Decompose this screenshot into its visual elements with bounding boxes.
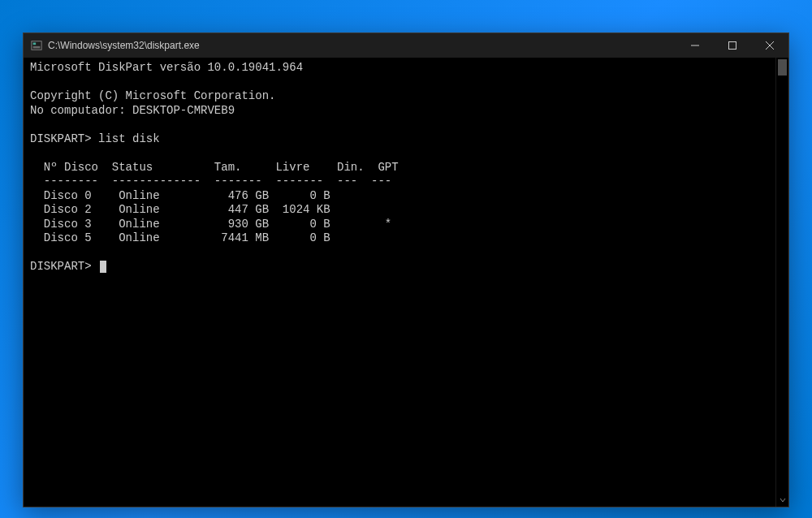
command-1: list disk [98,132,160,145]
version-line: Microsoft DiskPart versão 10.0.19041.964 [30,61,303,74]
close-button[interactable] [751,33,788,58]
app-icon [30,39,43,52]
table-row: Disco 0 Online 476 GB 0 B [30,189,330,202]
minimize-button[interactable] [676,33,714,58]
terminal-body: Microsoft DiskPart versão 10.0.19041.964… [24,58,788,507]
scroll-down-icon[interactable] [776,494,788,507]
svg-rect-0 [32,41,41,50]
table-row: Disco 3 Online 930 GB 0 B * [30,218,391,231]
scrollbar-thumb[interactable] [778,59,787,76]
table-row: Disco 2 Online 447 GB 1024 KB [30,203,330,216]
cursor [100,261,106,273]
titlebar[interactable]: C:\Windows\system32\diskpart.exe [24,33,788,58]
window-title: C:\Windows\system32\diskpart.exe [48,40,676,51]
table-header: Nº Disco Status Tam. Livre Din. GPT [30,161,399,174]
window-controls [676,33,788,58]
prompt-2: DISKPART> [30,260,98,273]
table-divider: -------- ------------- ------- ------- -… [30,175,391,188]
maximize-button[interactable] [714,33,751,58]
terminal-output[interactable]: Microsoft DiskPart versão 10.0.19041.964… [24,58,775,507]
copyright-line: Copyright (C) Microsoft Corporation. [30,89,275,102]
scrollbar[interactable] [775,58,788,507]
svg-rect-2 [33,46,41,49]
computer-line: No computador: DESKTOP-CMRVEB9 [30,104,235,117]
svg-rect-4 [729,42,736,50]
prompt-1: DISKPART> [30,132,98,145]
svg-rect-1 [33,43,37,45]
diskpart-window: C:\Windows\system32\diskpart.exe Microso… [23,32,789,507]
table-row: Disco 5 Online 7441 MB 0 B [30,231,330,244]
